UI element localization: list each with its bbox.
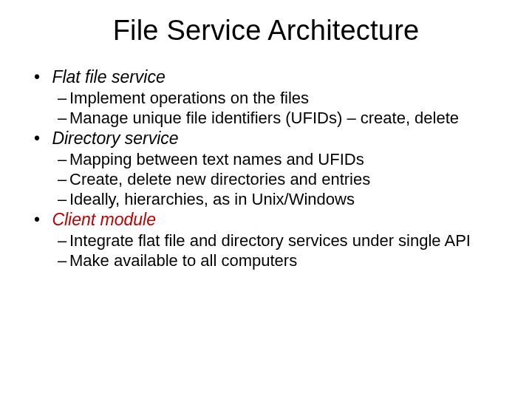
dash-icon: – <box>58 89 69 108</box>
bullet-heading: Flat file service <box>52 67 165 86</box>
bullet-dot-icon: • <box>34 129 47 149</box>
bullet-text: Ideally, hierarchies, as in Unix/Windows <box>69 190 355 208</box>
bullet-dot-icon: • <box>34 67 47 87</box>
bullet-dot-icon: • <box>34 210 47 230</box>
bullet-text: Integrate flat file and directory servic… <box>69 231 471 250</box>
dash-icon: – <box>58 190 69 209</box>
dash-icon: – <box>58 231 69 250</box>
bullet-level1: • Directory service <box>34 129 502 149</box>
slide-title: File Service Architecture <box>30 15 502 47</box>
bullet-level1: • Flat file service <box>34 67 502 87</box>
bullet-text: Implement operations on the files <box>69 89 309 107</box>
bullet-text: Mapping between text names and UFIDs <box>69 150 364 168</box>
bullet-heading: Client module <box>52 210 156 229</box>
slide: File Service Architecture • Flat file se… <box>0 0 532 399</box>
bullet-level2: –Implement operations on the files <box>58 89 502 108</box>
bullet-text: Create, delete new directories and entri… <box>69 170 370 188</box>
dash-icon: – <box>58 109 69 128</box>
bullet-level2: –Ideally, hierarchies, as in Unix/Window… <box>58 190 502 209</box>
bullet-level2: –Mapping between text names and UFIDs <box>58 150 502 169</box>
bullet-level2: –Integrate flat file and directory servi… <box>58 231 502 250</box>
bullet-level2: –Make available to all computers <box>58 251 502 270</box>
slide-content: • Flat file service –Implement operation… <box>30 67 502 270</box>
bullet-text: Manage unique file identifiers (UFIDs) –… <box>69 109 459 127</box>
bullet-text: Make available to all computers <box>69 251 297 270</box>
bullet-level1: • Client module <box>34 210 502 230</box>
bullet-level2: –Create, delete new directories and entr… <box>58 170 502 189</box>
dash-icon: – <box>58 150 69 169</box>
dash-icon: – <box>58 251 69 270</box>
dash-icon: – <box>58 170 69 189</box>
bullet-heading: Directory service <box>52 129 178 148</box>
bullet-level2: –Manage unique file identifiers (UFIDs) … <box>58 109 502 128</box>
